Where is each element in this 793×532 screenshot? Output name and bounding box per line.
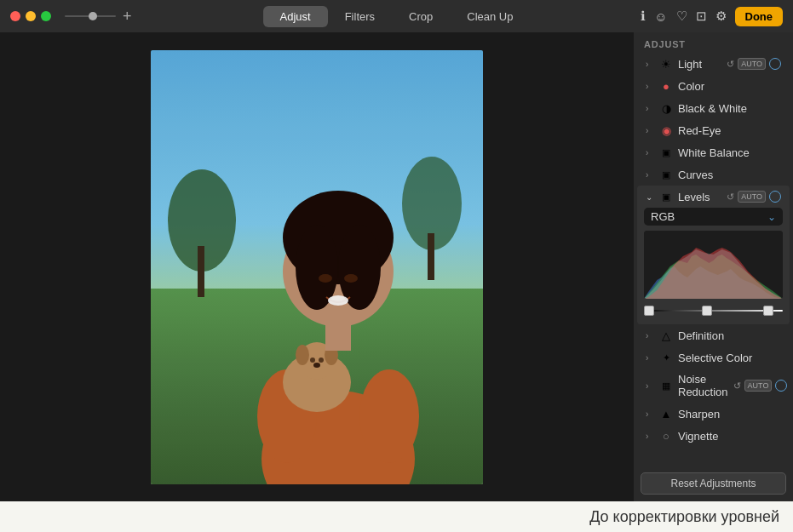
sharpen-label: Sharpen: [678, 408, 781, 420]
gear-icon[interactable]: ⚙: [715, 9, 727, 24]
adjust-item-curves[interactable]: › ▣ Curves: [637, 163, 790, 186]
maximize-button[interactable]: [41, 11, 51, 21]
reset-button[interactable]: Reset Adjustments: [641, 472, 786, 495]
photo-area: [0, 32, 633, 501]
vignette-icon: ○: [659, 429, 673, 443]
adjust-item-redeye[interactable]: › ◉ Red-Eye: [637, 119, 790, 141]
tab-crop[interactable]: Crop: [392, 6, 450, 27]
nav-tabs: Adjust Filters Crop Clean Up: [263, 6, 531, 27]
levels-auto-badge[interactable]: AUTO: [738, 191, 766, 203]
noise-label: Noise Reduction: [678, 373, 728, 398]
info-icon[interactable]: ℹ: [641, 9, 646, 24]
share-icon[interactable]: ⊡: [696, 9, 707, 24]
panel-title: ADJUST: [634, 32, 793, 53]
definition-icon: △: [659, 329, 673, 342]
add-button[interactable]: +: [123, 9, 132, 24]
main-content: ADJUST › ☀ Light ↺ AUTO › ● Color › ◑ Bl…: [0, 32, 793, 501]
tab-adjust[interactable]: Adjust: [263, 6, 328, 27]
right-panel: ADJUST › ☀ Light ↺ AUTO › ● Color › ◑ Bl…: [633, 32, 793, 501]
curves-label: Curves: [678, 169, 781, 181]
light-label: Light: [678, 58, 721, 71]
adjust-item-bw[interactable]: › ◑ Black & White: [637, 97, 790, 119]
chevron-right-icon: ›: [646, 126, 654, 135]
levels-header[interactable]: ⌄ ▣ Levels ↺ AUTO: [637, 186, 790, 208]
adjust-item-vignette[interactable]: › ○ Vignette: [637, 425, 790, 447]
chevron-right-icon: ›: [646, 331, 654, 340]
bottom-caption: До корректировки уровней: [0, 501, 793, 532]
redeye-label: Red-Eye: [678, 124, 781, 137]
levels-label: Levels: [678, 191, 721, 203]
noise-toggle[interactable]: [775, 380, 787, 392]
levels-undo-icon[interactable]: ↺: [727, 192, 734, 203]
photo-image: [151, 50, 483, 484]
definition-label: Definition: [678, 329, 781, 342]
tab-cleanup[interactable]: Clean Up: [450, 6, 530, 27]
noise-undo-icon[interactable]: ↺: [733, 380, 741, 392]
levels-slider-track: [644, 310, 783, 312]
traffic-lights: [10, 11, 51, 21]
photo-container: [151, 50, 483, 484]
adjust-item-noise[interactable]: › ▦ Noise Reduction ↺ AUTO: [637, 369, 790, 403]
histogram-sliders: [644, 304, 783, 317]
light-toggle[interactable]: [769, 58, 781, 70]
adjust-item-light[interactable]: › ☀ Light ↺ AUTO: [637, 53, 790, 75]
noise-auto-badge[interactable]: AUTO: [744, 380, 773, 392]
titlebar: + Adjust Filters Crop Clean Up ℹ ☺ ♡ ⊡ ⚙…: [0, 0, 793, 32]
wb-label: White Balance: [678, 146, 781, 159]
vignette-label: Vignette: [678, 430, 781, 443]
chevron-right-icon: ›: [646, 170, 654, 180]
noise-icon: ▦: [659, 379, 673, 392]
brightness-slider[interactable]: [65, 15, 116, 17]
done-button[interactable]: Done: [735, 7, 784, 26]
chevron-right-icon: ›: [646, 148, 654, 157]
minimize-button[interactable]: [26, 11, 36, 21]
rgb-chevron-icon: ⌄: [767, 211, 776, 223]
histogram-svg: [644, 231, 783, 299]
chevron-right-icon: ›: [646, 432, 654, 441]
levels-mid-handle[interactable]: [702, 306, 712, 316]
color-label: Color: [678, 80, 781, 93]
histogram-container: [644, 231, 783, 299]
levels-black-handle[interactable]: [644, 306, 654, 316]
adjust-item-definition[interactable]: › △ Definition: [637, 324, 790, 346]
levels-white-handle[interactable]: [763, 306, 773, 316]
auto-badge[interactable]: AUTO: [738, 58, 766, 70]
selective-color-label: Selective Color: [678, 352, 781, 364]
color-icon: ●: [659, 79, 673, 93]
close-button[interactable]: [10, 11, 20, 21]
rgb-selector[interactable]: RGB ⌄: [644, 208, 783, 226]
tab-filters[interactable]: Filters: [328, 6, 392, 27]
levels-actions: ↺ AUTO: [727, 191, 781, 203]
bw-icon: ◑: [659, 101, 673, 115]
noise-actions: ↺ AUTO: [733, 380, 788, 392]
adjust-item-selective[interactable]: › ✦ Selective Color: [637, 346, 790, 369]
titlebar-right: ℹ ☺ ♡ ⊡ ⚙ Done: [641, 7, 783, 26]
adjust-item-wb[interactable]: › ▣ White Balance: [637, 141, 790, 163]
chevron-right-icon: ›: [646, 353, 654, 363]
sharpen-icon: ▲: [659, 407, 673, 420]
undo-icon[interactable]: ↺: [727, 59, 734, 70]
adjust-item-sharpen[interactable]: › ▲ Sharpen: [637, 403, 790, 425]
chevron-right-icon: ›: [646, 104, 654, 113]
rgb-label: RGB: [651, 210, 764, 223]
caption-text: До корректировки уровней: [589, 508, 779, 526]
light-icon: ☀: [659, 57, 673, 71]
chevron-right-icon: ›: [646, 82, 654, 91]
selective-color-icon: ✦: [659, 351, 673, 364]
levels-toggle[interactable]: [769, 191, 781, 203]
chevron-down-icon: ⌄: [646, 192, 654, 202]
svg-rect-24: [151, 50, 483, 484]
adjust-item-color[interactable]: › ● Color: [637, 75, 790, 97]
emoji-icon[interactable]: ☺: [654, 9, 667, 24]
heart-icon[interactable]: ♡: [676, 9, 687, 24]
bw-label: Black & White: [678, 102, 781, 115]
wb-icon: ▣: [659, 146, 673, 159]
light-actions: ↺ AUTO: [727, 58, 781, 70]
redeye-icon: ◉: [659, 123, 673, 137]
chevron-right-icon: ›: [646, 60, 654, 69]
levels-section: ⌄ ▣ Levels ↺ AUTO RGB ⌄: [637, 186, 790, 324]
slider-track: [65, 15, 116, 17]
curves-icon: ▣: [659, 168, 673, 181]
chevron-right-icon: ›: [646, 409, 654, 419]
levels-icon: ▣: [659, 190, 673, 203]
